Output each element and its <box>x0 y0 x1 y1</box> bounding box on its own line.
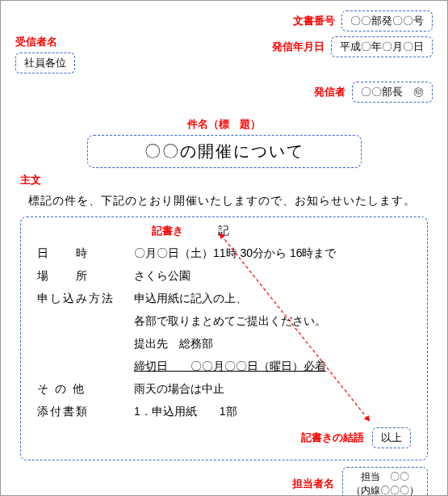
kigaki-header: 記書き 記 <box>37 224 411 238</box>
contact-row: 担当者名 担当 〇〇 （内線〇〇〇） <box>15 467 428 496</box>
date-label: 発信年月日 <box>272 40 324 54</box>
recipient-label: 受信者名 <box>15 35 57 49</box>
submit-lines: 提出先 総務部 締切日 〇〇月〇〇日（曜日）必着 <box>134 337 411 374</box>
closing-label: 記書きの結語 <box>301 431 364 445</box>
main-text: 標記の件を、下記のとおり開催いたしますので、お知らせいたします。 <box>28 194 426 208</box>
title-value: 〇〇の開催について <box>87 135 362 168</box>
place-label: 場 所 <box>37 269 134 284</box>
row-place: 場 所 さくら公園 <box>37 269 411 284</box>
attach-label: 添付書類 <box>37 405 134 419</box>
contact-box: 担当 〇〇 （内線〇〇〇） <box>342 467 428 496</box>
document-page: 文書番号 〇〇部発〇〇号 発信年月日 平成〇年〇月〇日 受信者名 社員各位 発信… <box>0 0 448 496</box>
closing-value: 以上 <box>372 427 411 448</box>
contact-line2: （内線〇〇〇） <box>351 484 419 496</box>
contact-label: 担当者名 <box>292 477 334 491</box>
row-attach: 添付書類 1．申込用紙 1部 <box>37 405 411 419</box>
sender-row: 発信者 〇〇部長 ㊞ <box>15 82 433 103</box>
contact-line1: 担当 〇〇 <box>351 470 419 484</box>
recipient-value: 社員各位 <box>15 53 75 74</box>
kigaki-block: 記書き 記 日 時 〇月〇日（土）11時 30分から 16時まで 場 所 さくら… <box>20 216 428 460</box>
apply-line1: 申込用紙に記入の上、 <box>134 292 411 306</box>
attach-value: 1．申込用紙 1部 <box>134 405 411 419</box>
place-value: さくら公園 <box>134 269 411 284</box>
apply-value: 申込用紙に記入の上、 各部で取りまとめてご提出ください。 <box>134 292 411 329</box>
main-label: 主文 <box>20 173 433 187</box>
other-label: そ の 他 <box>37 382 134 397</box>
other-value: 雨天の場合は中止 <box>134 382 411 397</box>
doc-no-value: 〇〇部発〇〇号 <box>341 11 433 32</box>
kigaki-label: 記書き <box>152 224 183 238</box>
sender-value: 〇〇部長 ㊞ <box>352 82 433 103</box>
row-other: そ の 他 雨天の場合は中止 <box>37 382 411 397</box>
kigaki-heading: 記 <box>218 224 230 238</box>
row-datetime: 日 時 〇月〇日（土）11時 30分から 16時まで <box>37 246 411 261</box>
doc-no-label: 文書番号 <box>293 14 335 28</box>
apply-line2: 各部で取りまとめてご提出ください。 <box>134 314 411 329</box>
sender-label: 発信者 <box>314 85 345 99</box>
deadline: 締切日 〇〇月〇〇日（曜日）必着 <box>134 359 411 374</box>
apply-label: 申し込み方法 <box>37 292 134 329</box>
closing-row: 記書きの結語 以上 <box>37 427 411 448</box>
datetime-label: 日 時 <box>37 246 134 261</box>
doc-no-row: 文書番号 〇〇部発〇〇号 <box>15 11 433 32</box>
row-apply: 申し込み方法 申込用紙に記入の上、 各部で取りまとめてご提出ください。 <box>37 292 411 329</box>
submit-to: 提出先 総務部 <box>134 337 411 351</box>
title-block: 件名（標 題） 〇〇の開催について <box>15 117 433 168</box>
date-value: 平成〇年〇月〇日 <box>331 36 433 57</box>
datetime-value: 〇月〇日（土）11時 30分から 16時まで <box>134 246 411 261</box>
title-label: 件名（標 題） <box>15 117 433 132</box>
